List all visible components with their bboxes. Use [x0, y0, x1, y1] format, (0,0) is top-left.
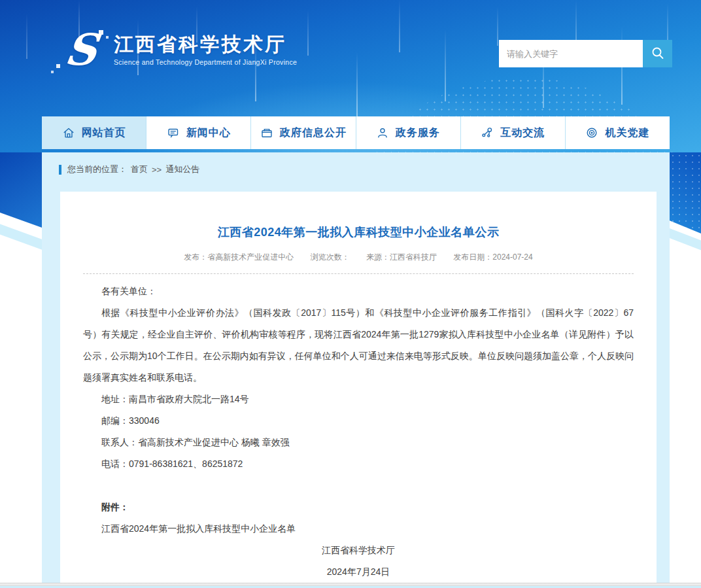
nav-item-services[interactable]: 政务服务	[356, 116, 461, 149]
salutation: 各有关单位：	[83, 281, 634, 302]
magnifier-icon	[651, 46, 665, 62]
home-icon	[62, 126, 75, 139]
user-icon	[376, 126, 389, 139]
contact-line: 联系人：省高新技术产业促进中心 杨曦 章效强	[83, 432, 634, 453]
nav-item-news[interactable]: 新闻中心	[146, 116, 251, 149]
breadcrumb: 您当前的位置： 首页 >> 通知公告	[59, 164, 670, 175]
meta-publisher-label: 发布：	[184, 252, 207, 262]
meta-separator	[83, 273, 634, 274]
body-paragraph: 根据《科技型中小企业评价办法》（国科发政〔2017〕115号）和《科技型中小企业…	[83, 302, 634, 389]
article-meta: 发布：省高新技术产业促进中心 浏览次数： 来源：江西省科技厅 发布日期：2024…	[83, 252, 634, 263]
nav-item-home[interactable]: 网站首页	[42, 116, 146, 149]
attachment-link[interactable]: 江西省2024年第一批拟入库科技型中小企业名单	[83, 518, 634, 540]
nav-label: 新闻中心	[186, 126, 231, 140]
main-nav: 网站首页 新闻中心 政府信息公开	[42, 116, 670, 149]
meta-date-value: 2024-07-24	[492, 252, 532, 262]
breadcrumb-current-link[interactable]: 通知公告	[165, 164, 199, 175]
nav-label: 政府信息公开	[280, 126, 347, 140]
nav-label: 互动交流	[500, 126, 545, 140]
search-input[interactable]	[499, 40, 643, 67]
signature-date: 2024年7月24日	[83, 561, 634, 583]
meta-source-label: 来源：	[366, 252, 390, 262]
search-button[interactable]	[643, 40, 672, 67]
signature: 江西省科学技术厅	[83, 540, 634, 561]
nodes-icon	[481, 126, 494, 139]
folder-icon	[260, 126, 273, 139]
nav-item-gov-info[interactable]: 政府信息公开	[251, 116, 356, 149]
nav-label: 政务服务	[396, 126, 440, 140]
emblem-icon	[585, 126, 598, 139]
banner-left-wing	[0, 152, 42, 228]
meta-publisher-value: 省高新技术产业促进中心	[207, 252, 294, 262]
postcode-line: 邮编：330046	[83, 410, 634, 432]
attachment-heading: 附件：	[83, 496, 634, 518]
chat-icon	[167, 126, 180, 139]
meta-views-label: 浏览次数：	[311, 252, 350, 262]
breadcrumb-prefix: 您当前的位置：	[67, 164, 127, 175]
breadcrumb-home-link[interactable]: 首页	[131, 164, 148, 175]
article-container: 江西省2024年第一批拟入库科技型中小企业名单公示 发布：省高新技术产业促进中心…	[60, 192, 657, 588]
banner-right-wing	[670, 152, 701, 233]
meta-date-label: 发布日期：	[453, 252, 492, 262]
search-bar	[499, 40, 672, 67]
breadcrumb-bar	[59, 165, 61, 175]
phone-line: 电话：0791-86381621、86251872	[83, 453, 634, 475]
article-title: 江西省2024年第一批拟入库科技型中小企业名单公示	[83, 224, 634, 240]
breadcrumb-separator: >>	[152, 165, 162, 175]
nav-label: 机关党建	[605, 126, 649, 140]
site-logo[interactable]: S 江西省科学技术厅 Science and Technology Depart…	[55, 26, 297, 73]
nav-item-interaction[interactable]: 互动交流	[461, 116, 566, 149]
logo-s-icon: S	[55, 26, 107, 73]
meta-source-value: 江西省科技厅	[390, 252, 437, 262]
nav-label: 网站首页	[82, 126, 126, 140]
nav-item-party[interactable]: 机关党建	[566, 116, 670, 149]
article-body: 各有关单位： 根据《科技型中小企业评价办法》（国科发政〔2017〕115号）和《…	[83, 281, 634, 583]
page: S 江西省科学技术厅 Science and Technology Depart…	[0, 0, 701, 588]
logo-text: 江西省科学技术厅 Science and Technology Departme…	[114, 33, 297, 66]
address-line: 地址：南昌市省政府大院北一路14号	[83, 389, 634, 410]
site-subtitle: Science and Technology Department of Jia…	[114, 58, 297, 66]
site-title: 江西省科学技术厅	[114, 33, 297, 56]
